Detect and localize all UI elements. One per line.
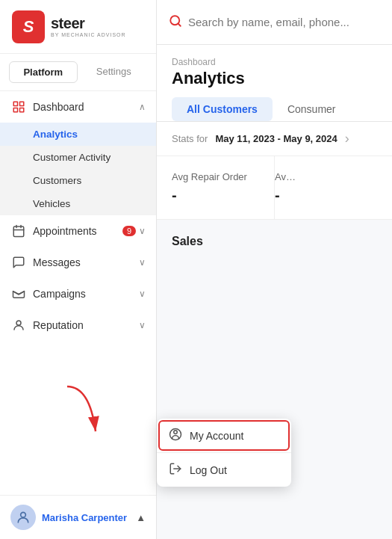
svg-point-10 (21, 512, 26, 517)
tab-platform[interactable]: Platform (9, 61, 78, 83)
popup-menu: My Account Log Out (157, 419, 291, 487)
logo-sub: BY MECHANIC ADVISOR (51, 32, 126, 37)
avatar (10, 505, 36, 530)
popup-logout[interactable]: Log Out (157, 453, 291, 487)
nav-reputation-label: Reputation (33, 319, 139, 331)
popup-my-account[interactable]: My Account (157, 419, 291, 452)
svg-rect-4 (13, 227, 24, 237)
nav-campaigns-label: Campaigns (33, 288, 139, 300)
nav-item-campaigns[interactable]: Campaigns ∨ (0, 278, 156, 309)
tabs-row: All Customers Consumer (172, 97, 377, 121)
svg-rect-0 (13, 102, 17, 105)
svg-rect-1 (20, 102, 24, 105)
appointments-badge: 9 (122, 226, 136, 236)
breadcrumb: Dashboard (172, 57, 377, 67)
svg-point-12 (174, 431, 178, 434)
reputation-icon (10, 317, 27, 333)
dashboard-icon (10, 99, 27, 115)
metric-av-title: Av… (275, 171, 377, 182)
nav-vehicles[interactable]: Vehicles (0, 192, 156, 215)
tab-settings[interactable]: Settings (81, 61, 148, 83)
logo-name: steer (51, 16, 126, 31)
logo-letter: S (23, 17, 34, 37)
metric-av: Av… - (275, 156, 377, 219)
campaigns-chevron: ∨ (139, 289, 146, 299)
logo-text: steer BY MECHANIC ADVISOR (51, 16, 126, 37)
appointments-chevron: ∨ (139, 226, 146, 236)
user-area[interactable]: Marisha Carpenter ▲ (0, 495, 156, 539)
svg-rect-3 (20, 108, 24, 112)
metric-avg-repair-value: - (172, 187, 274, 204)
dashboard-submenu: Analytics Customer Activity Customers Ve… (0, 123, 156, 215)
nav-customers[interactable]: Customers (0, 169, 156, 192)
sidebar: S steer BY MECHANIC ADVISOR Platform Set… (0, 0, 157, 539)
log-out-icon (169, 462, 182, 478)
nav-customer-activity[interactable]: Customer Activity (0, 146, 156, 169)
sidebar-tab-bar: Platform Settings (0, 54, 156, 91)
nav-item-messages[interactable]: Messages ∨ (0, 247, 156, 278)
svg-point-8 (16, 321, 21, 325)
svg-rect-2 (13, 108, 17, 112)
metric-avg-repair-title: Avg Repair Order (172, 171, 274, 182)
metrics-row: Avg Repair Order - Av… - (157, 156, 392, 220)
stats-label: Stats for (172, 133, 208, 144)
tab-consumer[interactable]: Consumer (273, 97, 351, 121)
nav-messages-label: Messages (33, 256, 139, 268)
page-title: Analytics (172, 69, 377, 88)
nav-item-reputation[interactable]: Reputation ∨ (0, 309, 156, 341)
nav-section: Dashboard ∧ Analytics Customer Activity … (0, 91, 156, 495)
metric-avg-repair: Avg Repair Order - (172, 156, 275, 219)
nav-item-dashboard[interactable]: Dashboard ∧ (0, 91, 156, 123)
sales-section: Sales (157, 220, 392, 263)
logo-area: S steer BY MECHANIC ADVISOR (0, 0, 156, 54)
search-input[interactable] (188, 16, 380, 28)
popup-logout-label: Log Out (190, 464, 227, 476)
popup-my-account-label: My Account (190, 430, 243, 442)
tab-all-customers[interactable]: All Customers (172, 97, 273, 121)
user-circle-icon (169, 428, 182, 443)
search-bar (157, 0, 392, 45)
user-chevron-icon: ▲ (136, 512, 146, 523)
dashboard-chevron: ∧ (139, 102, 146, 112)
svg-line-15 (178, 23, 180, 25)
messages-chevron: ∨ (139, 257, 146, 268)
user-name: Marisha Carpenter (42, 512, 136, 523)
nav-item-appointments[interactable]: Appointments 9 ∨ (0, 215, 156, 247)
nav-dashboard-label: Dashboard (33, 101, 139, 113)
reputation-chevron: ∨ (139, 320, 146, 330)
metric-av-value: - (275, 187, 377, 204)
logo-icon: S (12, 10, 45, 43)
main-header: Dashboard Analytics All Customers Consum… (157, 45, 392, 122)
search-icon (169, 14, 182, 31)
campaigns-icon (10, 286, 27, 302)
stats-next-arrow[interactable]: › (345, 131, 349, 147)
stats-bar: Stats for May 11, 2023 - May 9, 2024 › (157, 122, 392, 156)
sales-title: Sales (172, 235, 377, 248)
nav-appointments-label: Appointments (33, 225, 122, 237)
nav-analytics[interactable]: Analytics (0, 123, 156, 146)
stats-date: May 11, 2023 - May 9, 2024 (215, 133, 337, 144)
appointments-icon (10, 223, 27, 239)
messages-icon (10, 254, 27, 271)
